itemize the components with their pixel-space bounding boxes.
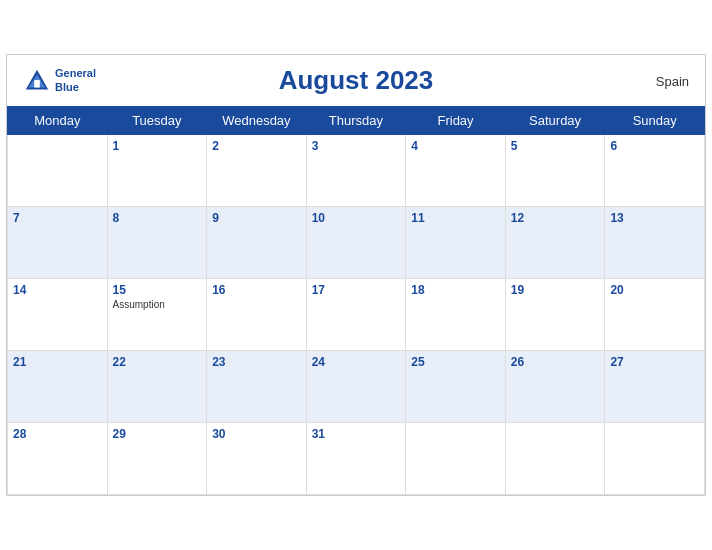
calendar-cell: 3 (306, 135, 406, 207)
calendar-cell: 14 (8, 279, 108, 351)
calendar-cell: 10 (306, 207, 406, 279)
day-number: 5 (511, 139, 600, 153)
country-label: Spain (656, 73, 689, 88)
calendar-cell: 9 (207, 207, 307, 279)
weekday-header: Friday (406, 107, 506, 135)
day-number: 30 (212, 427, 301, 441)
day-number: 31 (312, 427, 401, 441)
calendar-cell (406, 423, 506, 495)
calendar-cell: 1 (107, 135, 207, 207)
calendar-cell: 13 (605, 207, 705, 279)
calendar-week-row: 28293031 (8, 423, 705, 495)
calendar-cell: 26 (505, 351, 605, 423)
calendar-cell: 24 (306, 351, 406, 423)
day-number: 24 (312, 355, 401, 369)
day-number: 8 (113, 211, 202, 225)
day-number: 10 (312, 211, 401, 225)
calendar-cell: 5 (505, 135, 605, 207)
day-number: 12 (511, 211, 600, 225)
calendar-cell: 19 (505, 279, 605, 351)
logo-icon (23, 67, 51, 95)
day-number: 3 (312, 139, 401, 153)
calendar-cell: 23 (207, 351, 307, 423)
weekday-header: Tuesday (107, 107, 207, 135)
calendar-week-row: 1415Assumption1617181920 (8, 279, 705, 351)
calendar-cell (8, 135, 108, 207)
day-event: Assumption (113, 299, 202, 310)
day-number: 29 (113, 427, 202, 441)
day-number: 22 (113, 355, 202, 369)
weekday-header: Wednesday (207, 107, 307, 135)
logo-area: General Blue (23, 67, 96, 95)
weekday-header-row: MondayTuesdayWednesdayThursdayFridaySatu… (8, 107, 705, 135)
calendar-cell: 31 (306, 423, 406, 495)
logo-text: General Blue (55, 67, 96, 93)
day-number: 11 (411, 211, 500, 225)
calendar-cell: 16 (207, 279, 307, 351)
calendar-week-row: 21222324252627 (8, 351, 705, 423)
weekday-header: Thursday (306, 107, 406, 135)
calendar-cell: 7 (8, 207, 108, 279)
calendar-cell: 2 (207, 135, 307, 207)
calendar: General Blue August 2023 Spain MondayTue… (6, 54, 706, 496)
calendar-cell: 15Assumption (107, 279, 207, 351)
calendar-cell: 12 (505, 207, 605, 279)
day-number: 2 (212, 139, 301, 153)
calendar-cell: 22 (107, 351, 207, 423)
calendar-cell: 4 (406, 135, 506, 207)
day-number: 4 (411, 139, 500, 153)
calendar-week-row: 123456 (8, 135, 705, 207)
day-number: 9 (212, 211, 301, 225)
calendar-cell (505, 423, 605, 495)
calendar-cell: 27 (605, 351, 705, 423)
weekday-header: Monday (8, 107, 108, 135)
calendar-cell (605, 423, 705, 495)
day-number: 20 (610, 283, 699, 297)
day-number: 15 (113, 283, 202, 297)
calendar-cell: 30 (207, 423, 307, 495)
day-number: 17 (312, 283, 401, 297)
day-number: 14 (13, 283, 102, 297)
day-number: 21 (13, 355, 102, 369)
calendar-cell: 29 (107, 423, 207, 495)
weekday-header: Sunday (605, 107, 705, 135)
day-number: 28 (13, 427, 102, 441)
day-number: 16 (212, 283, 301, 297)
calendar-table: MondayTuesdayWednesdayThursdayFridaySatu… (7, 106, 705, 495)
calendar-cell: 18 (406, 279, 506, 351)
svg-rect-2 (34, 80, 40, 87)
day-number: 7 (13, 211, 102, 225)
calendar-cell: 11 (406, 207, 506, 279)
calendar-cell: 25 (406, 351, 506, 423)
calendar-cell: 17 (306, 279, 406, 351)
calendar-title: August 2023 (279, 65, 434, 96)
day-number: 27 (610, 355, 699, 369)
calendar-cell: 20 (605, 279, 705, 351)
day-number: 25 (411, 355, 500, 369)
day-number: 1 (113, 139, 202, 153)
calendar-cell: 8 (107, 207, 207, 279)
calendar-cell: 28 (8, 423, 108, 495)
day-number: 26 (511, 355, 600, 369)
calendar-header: General Blue August 2023 Spain (7, 55, 705, 106)
day-number: 23 (212, 355, 301, 369)
day-number: 19 (511, 283, 600, 297)
day-number: 18 (411, 283, 500, 297)
day-number: 13 (610, 211, 699, 225)
calendar-week-row: 78910111213 (8, 207, 705, 279)
day-number: 6 (610, 139, 699, 153)
calendar-cell: 21 (8, 351, 108, 423)
weekday-header: Saturday (505, 107, 605, 135)
calendar-cell: 6 (605, 135, 705, 207)
